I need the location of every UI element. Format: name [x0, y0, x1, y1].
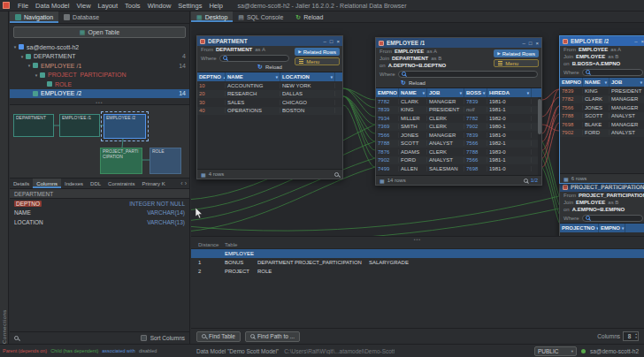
column-header-projectno[interactable]: PROJECTNO▾	[560, 224, 599, 232]
column-header-name[interactable]: NAME▾	[226, 72, 280, 81]
filter-icon[interactable]: ▾	[622, 226, 624, 231]
column-header-hiredate[interactable]: HIREDA▾	[487, 88, 532, 97]
where-input[interactable]	[219, 55, 289, 62]
table-row[interactable]: 7566JONESMANAGER78391981-0	[376, 131, 541, 140]
window-titlebar[interactable]: DEPARTMENT – □ ×	[197, 36, 342, 46]
tab-sql-console[interactable]: ▤ SQL Console	[233, 11, 288, 22]
column-header-name[interactable]: NAME▾	[399, 88, 427, 97]
diagram-box-employee-2[interactable]: EMPLOYEE /2	[104, 114, 146, 139]
related-rows-button[interactable]: ▶ Related Rows	[295, 48, 340, 56]
column-header-job[interactable]: JOB▾	[427, 88, 464, 97]
table-row[interactable]: 7788SCOTTANALYST	[560, 112, 644, 121]
menu-button[interactable]: Menu	[295, 57, 340, 65]
table-row[interactable]: 10ACCOUNTINGNEW YORK	[197, 81, 342, 90]
twisty-icon[interactable]: ▾	[33, 72, 40, 78]
maximize-icon[interactable]: □	[529, 41, 533, 46]
page-indicator[interactable]: 1/2	[531, 178, 538, 183]
minimize-icon[interactable]: –	[634, 39, 637, 44]
closure-cell[interactable]: DEPARTMENT	[257, 260, 295, 265]
menu-data-model[interactable]: Data Model	[32, 2, 73, 10]
reload-button[interactable]: ↻ Reload	[295, 14, 323, 20]
twisty-icon[interactable]: ▾	[26, 63, 33, 68]
search-icon[interactable]	[334, 172, 339, 177]
open-table-button[interactable]: ▦ Open Table	[13, 27, 186, 38]
tab-ddl[interactable]: DDL	[87, 178, 104, 188]
menu-button[interactable]: Menu	[494, 59, 539, 67]
minimize-icon[interactable]: –	[324, 39, 326, 44]
tree-item-employee-1[interactable]: ▾ EMPLOYEE /1 14	[10, 61, 189, 71]
close-icon[interactable]: ×	[640, 39, 644, 44]
closure-cell[interactable]: PROJECT	[225, 269, 257, 274]
scrollbar-thumb[interactable]	[538, 99, 541, 134]
table-browser-department[interactable]: DEPARTMENT – □ × From DEPARTMENT as A Wh…	[196, 35, 343, 179]
table-row[interactable]: 7369SMITHCLERK79021980-1	[376, 123, 541, 132]
column-header-job[interactable]: JOB▾	[610, 78, 644, 87]
tab-database[interactable]: Database	[58, 11, 104, 23]
table-row[interactable]: 7902FORDANALYST75661981-1	[376, 156, 541, 165]
closure-row-distance-2[interactable]: 2 PROJECT ROLE	[191, 267, 644, 276]
table-row[interactable]: 7876ADAMSCLERK77881983-0	[376, 148, 541, 156]
spinner-down-icon[interactable]: ▾	[635, 337, 637, 340]
filter-icon[interactable]: ▾	[483, 91, 485, 95]
search-icon[interactable]	[14, 336, 19, 340]
column-header-empno[interactable]: EMPNO▾	[560, 78, 583, 87]
minimize-icon[interactable]: –	[523, 41, 525, 46]
tab-scroll-right-icon[interactable]: ›	[185, 180, 187, 186]
tree-item-connection[interactable]: ▾ sa@demo-scott-h2	[10, 42, 189, 52]
maximize-icon[interactable]: □	[330, 39, 334, 44]
column-header-empno[interactable]: EMPNO▾	[376, 88, 399, 97]
table-row[interactable]: 7499ALLENSALESMAN76981981-0	[376, 164, 541, 173]
columns-spinner[interactable]: 8 ▴ ▾	[623, 331, 639, 341]
table-row[interactable]: 7934MILLERCLERK77821982-0	[376, 114, 541, 123]
table-header[interactable]: Table	[225, 242, 257, 247]
twisty-icon[interactable]: ▾	[19, 54, 26, 59]
find-table-button[interactable]: Find Table	[196, 331, 241, 342]
filter-icon[interactable]: ▾	[527, 91, 529, 95]
connections-sidebar[interactable]: Connections	[0, 11, 9, 344]
table-row[interactable]: 7782CLARKMANAGER	[560, 95, 644, 104]
find-path-button[interactable]: Find Path to ...	[245, 331, 300, 342]
filter-icon[interactable]: ▾	[640, 80, 642, 85]
table-row[interactable]: 7902FORDANALYST	[560, 129, 644, 138]
column-header-location[interactable]: LOCATION▾	[280, 72, 335, 81]
table-row[interactable]: 40OPERATIONSBOSTON	[197, 107, 342, 116]
table-row[interactable]: 7839KINGPRESIDENTnull1981-1	[376, 106, 541, 115]
menu-help[interactable]: Help	[205, 2, 226, 10]
column-header-boss[interactable]: BOSS▾	[464, 88, 487, 97]
close-icon[interactable]: ×	[535, 41, 539, 46]
table-row[interactable]: 7698BLAKEMANAGER	[560, 120, 644, 129]
tab-navigation[interactable]: Navigation	[10, 11, 58, 23]
column-header-deptno[interactable]: DEPTNO▲▾	[197, 72, 226, 81]
sort-columns-checkbox[interactable]	[141, 335, 147, 341]
tab-indexes[interactable]: Indexes	[61, 178, 87, 188]
model-diagram[interactable]: DEPARTMENT EMPLOYEE /1 EMPLOYEE /2 PROJE…	[10, 104, 189, 178]
reload-button[interactable]: ↻ Reload	[376, 79, 541, 87]
diagram-box-employee-1[interactable]: EMPLOYEE /1	[59, 114, 100, 137]
closure-cell[interactable]: ROLE	[257, 269, 295, 274]
menu-file[interactable]: File	[14, 2, 32, 10]
menu-settings[interactable]: Settings	[174, 2, 205, 10]
where-input[interactable]	[582, 69, 643, 76]
table-row[interactable]: 30SALESCHICAGO	[197, 98, 342, 107]
table-row[interactable]: 20RESEARCHDALLAS	[197, 90, 342, 99]
tab-primary-key[interactable]: Primary K	[138, 178, 168, 188]
table-browser-employee-2[interactable]: EMPLOYEE /2 – × From EMPLOYEE as A Join …	[559, 35, 644, 184]
menu-window[interactable]: Window	[144, 2, 175, 10]
diagram-box-department[interactable]: DEPARTMENT	[13, 114, 54, 137]
close-icon[interactable]: ×	[336, 39, 340, 44]
table-row[interactable]: 7566JONESMANAGER	[560, 103, 644, 112]
filter-icon[interactable]: ▾	[460, 91, 462, 95]
column-header-name[interactable]: NAME▾	[583, 78, 610, 87]
filter-icon[interactable]: ▾	[605, 80, 607, 85]
tab-scroll-left-icon[interactable]: ‹	[180, 180, 182, 186]
where-input[interactable]	[582, 215, 643, 222]
table-browser-employee-1[interactable]: EMPLOYEE /1 – □ × From EMPLOYEE as A Joi…	[375, 37, 542, 186]
table-row[interactable]: 7839KINGPRESIDENT	[560, 87, 644, 95]
related-rows-button[interactable]: ▶ Related Rows	[494, 49, 539, 57]
menu-view[interactable]: View	[73, 2, 94, 10]
table-row[interactable]: 7782CLARKMANAGER78391981-0	[376, 97, 541, 106]
schema-combobox[interactable]: PUBLIC ▾	[534, 346, 577, 356]
window-titlebar[interactable]: EMPLOYEE /1 – □ ×	[376, 38, 541, 48]
column-header-empno[interactable]: EMPNO▾	[599, 224, 625, 232]
vertical-scrollbar[interactable]	[538, 97, 541, 175]
